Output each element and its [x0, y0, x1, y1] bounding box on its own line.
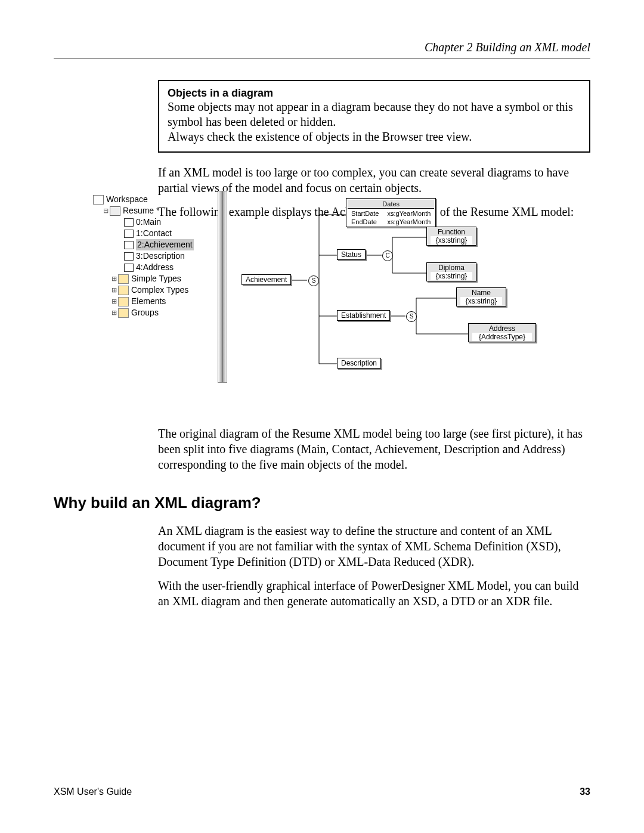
- node-function: Function {xs:string}: [426, 227, 476, 246]
- diagram-icon: [124, 252, 134, 261]
- tree-label: Resume *: [123, 205, 159, 216]
- diagram-icon: [124, 230, 134, 238]
- expand-icon[interactable]: ⊞: [110, 284, 118, 296]
- node-dates-table: Dates StartDate xs:gYearMonth EndDate xs…: [346, 198, 436, 227]
- tree-label-selected: 2:Achievement: [136, 239, 194, 250]
- tree-folder-simple-types[interactable]: ⊞ Simple Types: [93, 273, 194, 284]
- tree-folder-elements[interactable]: ⊞ Elements: [93, 296, 194, 307]
- node-status: Status: [337, 249, 366, 260]
- expand-icon[interactable]: ⊞: [110, 296, 118, 307]
- tree-diagram-description[interactable]: 3:Description: [93, 250, 194, 262]
- node-name: Name {xs:string}: [456, 287, 506, 306]
- diagram-icon: [124, 264, 134, 272]
- footer-left: XSM User's Guide: [54, 786, 132, 797]
- tree-label: 4:Address: [136, 262, 174, 273]
- diploma-label: Diploma: [431, 264, 472, 272]
- node-description: Description: [337, 358, 381, 368]
- folder-icon: [118, 286, 129, 295]
- dates-enddate-type: xs:gYearMonth: [383, 218, 434, 225]
- browser-tree: Workspace ⊟ Resume * 0:Main 1:Contact 2:…: [93, 194, 194, 318]
- tree-diagram-address[interactable]: 4:Address: [93, 262, 194, 273]
- node-establishment: Establishment: [337, 310, 390, 321]
- tree-workspace[interactable]: Workspace: [93, 194, 194, 205]
- note-box: Objects in a diagram Some objects may no…: [158, 80, 590, 153]
- folder-icon: [118, 297, 129, 306]
- tree-folder-groups[interactable]: ⊞ Groups: [93, 307, 194, 318]
- tree-resume[interactable]: ⊟ Resume *: [93, 205, 194, 216]
- expand-icon[interactable]: ⊞: [110, 273, 118, 284]
- tree-label: 3:Description: [136, 250, 185, 262]
- sequence-icon: S: [308, 275, 319, 286]
- tree-diagram-main[interactable]: 0:Main: [93, 216, 194, 228]
- tree-label: 1:Contact: [136, 228, 172, 239]
- xml-diagram: Dates StartDate xs:gYearMonth EndDate xs…: [218, 191, 552, 382]
- dates-header: Dates: [348, 200, 434, 209]
- collapse-icon[interactable]: ⊟: [101, 205, 110, 216]
- diagram-icon: [124, 218, 134, 227]
- note-title: Objects in a diagram: [168, 87, 581, 100]
- node-achievement: Achievement: [242, 274, 291, 285]
- diploma-type: {xs:string}: [431, 272, 472, 280]
- folder-icon: [118, 274, 129, 284]
- expand-icon[interactable]: ⊞: [110, 307, 118, 318]
- page: Chapter 2 Building an XML model Objects …: [0, 0, 644, 833]
- tree-label: Groups: [131, 307, 159, 318]
- tree-label: Elements: [131, 296, 166, 307]
- folder-icon: [118, 308, 129, 318]
- note-body-1: Some objects may not appear in a diagram…: [168, 100, 581, 129]
- function-type: {xs:string}: [431, 236, 472, 244]
- dates-startdate-type: xs:gYearMonth: [383, 210, 434, 217]
- dates-enddate-label: EndDate: [348, 218, 382, 225]
- chapter-header: Chapter 2 Building an XML model: [54, 41, 590, 58]
- choice-icon: C: [382, 250, 393, 261]
- page-footer: XSM User's Guide 33: [54, 786, 590, 797]
- tree-folder-complex-types[interactable]: ⊞ Complex Types: [93, 284, 194, 296]
- tree-diagram-achievement[interactable]: 2:Achievement: [93, 239, 194, 250]
- diagram-icon: [124, 241, 134, 249]
- node-diploma: Diploma {xs:string}: [426, 262, 476, 281]
- tree-label: Workspace: [106, 194, 148, 205]
- dates-startdate-label: StartDate: [348, 210, 382, 217]
- sequence-icon: S: [406, 311, 417, 322]
- name-label: Name: [460, 289, 502, 297]
- paragraph-4: An XML diagram is the easiest way to def…: [158, 523, 590, 569]
- function-label: Function: [431, 228, 472, 236]
- tree-label: Complex Types: [131, 284, 188, 296]
- note-body-2: Always check the existence of objects in…: [168, 129, 581, 144]
- page-number: 33: [580, 786, 590, 797]
- address-type: {AddressType}: [472, 333, 532, 341]
- workspace-icon: [93, 195, 104, 205]
- tree-label: Simple Types: [131, 273, 181, 284]
- paragraph-5: With the user-friendly graphical interfa…: [158, 578, 590, 609]
- section-heading: Why build an XML diagram?: [54, 494, 590, 512]
- model-icon: [110, 206, 120, 216]
- name-type: {xs:string}: [460, 297, 502, 305]
- paragraph-3: The original diagram of the Resume XML m…: [158, 426, 590, 472]
- node-address: Address {AddressType}: [468, 323, 536, 342]
- address-label: Address: [472, 324, 532, 333]
- tree-diagram-contact[interactable]: 1:Contact: [93, 228, 194, 239]
- tree-label: 0:Main: [136, 216, 161, 228]
